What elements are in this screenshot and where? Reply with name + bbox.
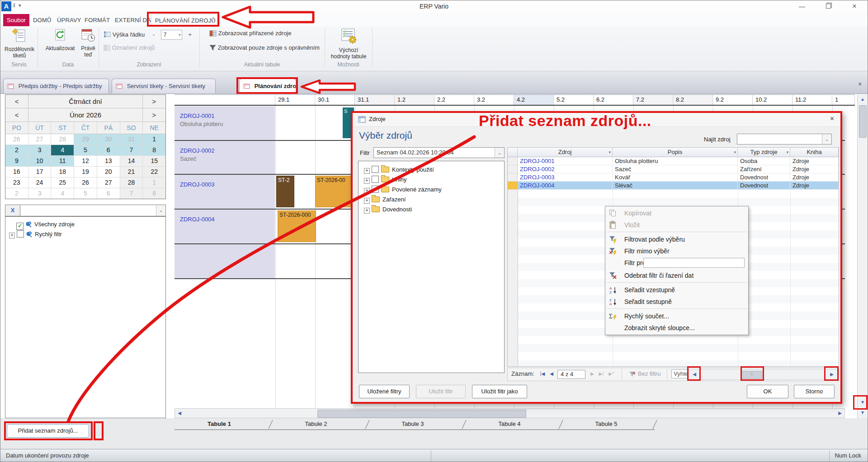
show-assigned-resources-option[interactable]: Zobrazovat přiřazené zdroje bbox=[209, 30, 291, 37]
ribbon-tab-domu[interactable]: DOMŮ bbox=[33, 14, 52, 26]
tree-item-dovednosti[interactable]: +Dovednosti bbox=[359, 205, 504, 215]
row-height-plus[interactable]: + bbox=[188, 31, 192, 38]
calendar-day[interactable]: 6 bbox=[97, 145, 120, 155]
rozdelovnik-tiketu-button[interactable]: Rozdělovník tiketů bbox=[3, 28, 36, 59]
calendar-day[interactable]: 30 bbox=[97, 134, 120, 145]
calendar-day[interactable]: 2 bbox=[5, 188, 28, 199]
calendar-day[interactable]: 5 bbox=[74, 188, 97, 199]
calendar-day[interactable]: 13 bbox=[97, 156, 120, 166]
checkbox-checked-icon[interactable]: ✓ bbox=[16, 223, 24, 230]
resource-id-link[interactable]: ZDROJ-0003 bbox=[180, 181, 275, 188]
calendar-day[interactable]: 5 bbox=[74, 145, 97, 155]
calendar-day[interactable]: 8 bbox=[143, 145, 165, 155]
scroll-left-icon[interactable]: ◀ bbox=[175, 409, 184, 418]
filter-combo[interactable]: Seznam 04.02.2026 10:20:54 ⌄ bbox=[373, 147, 505, 158]
calendar-day[interactable]: 18 bbox=[51, 167, 74, 177]
menu-item-filtr-pro[interactable]: Filtr pro: bbox=[605, 257, 748, 269]
calendar-day[interactable]: 20 bbox=[97, 167, 120, 177]
calendar-day[interactable]: 22 bbox=[143, 167, 165, 177]
row-height-value[interactable]: 7▾ bbox=[161, 30, 182, 40]
table-cell[interactable]: Dovednost bbox=[738, 182, 790, 190]
table-cell[interactable]: Obsluha plotteru bbox=[613, 157, 738, 165]
row-selector[interactable] bbox=[508, 173, 518, 182]
calendar-day[interactable]: 19 bbox=[74, 167, 97, 177]
calendar-day[interactable]: 26 bbox=[5, 134, 28, 145]
chevron-down-icon[interactable]: ▾ bbox=[786, 148, 788, 157]
table-cell[interactable]: ZDROJ-0001 bbox=[518, 157, 613, 165]
calendar-month-next[interactable]: > bbox=[143, 108, 165, 121]
calendar-day[interactable]: 1 bbox=[143, 134, 165, 145]
scroll-right-icon[interactable]: ▶ bbox=[835, 409, 844, 418]
close-document-icon[interactable]: × bbox=[858, 80, 862, 88]
menu-item-seradit-vzestupne[interactable]: AZ Seřadit vzestupně bbox=[605, 284, 748, 296]
ok-button[interactable]: OK bbox=[747, 385, 788, 398]
oznaceni-zdroju-button[interactable]: Označení zdrojů bbox=[104, 44, 155, 51]
resource-id-link[interactable]: ZDROJ-0002 bbox=[180, 147, 275, 154]
menu-item-rychly-soucet[interactable]: Σ Rychlý součet... bbox=[605, 310, 748, 322]
table-cell[interactable]: ZDROJ-0003 bbox=[518, 173, 613, 182]
save-filter-as-button[interactable]: Uložit filtr jako bbox=[472, 385, 527, 398]
resource-row[interactable]: ZDROJ-0003 bbox=[175, 175, 275, 209]
calendar-day[interactable]: 12 bbox=[74, 156, 97, 166]
menu-item-seradit-sestupne[interactable]: ZA Seřadit sestupně bbox=[605, 296, 748, 308]
saved-filters-button[interactable]: Uložené filtry bbox=[359, 385, 410, 398]
calendar-day[interactable]: 8 bbox=[143, 188, 165, 199]
scroll-right-icon[interactable]: ▶ bbox=[827, 370, 836, 379]
calendar-day[interactable]: 9 bbox=[5, 156, 28, 166]
table-cell[interactable]: Zařízení bbox=[738, 165, 790, 173]
table-cell[interactable]: Zdroje bbox=[790, 165, 839, 173]
filter-status[interactable]: Bez filtru bbox=[638, 370, 661, 377]
table-cell[interactable]: Dovednost bbox=[738, 173, 790, 182]
calendar-day[interactable]: 26 bbox=[74, 177, 97, 188]
checkbox-icon[interactable] bbox=[17, 230, 24, 238]
tree-item-rychly-filtr[interactable]: +Rychlý filtr bbox=[5, 229, 165, 239]
expand-icon[interactable]: + bbox=[364, 198, 370, 204]
close-button[interactable]: × bbox=[847, 1, 862, 11]
column-header-popis[interactable]: Popis▾ bbox=[613, 148, 738, 157]
expand-icon[interactable]: + bbox=[364, 168, 370, 174]
table-cell[interactable]: Zdroje bbox=[790, 157, 839, 165]
calendar-day[interactable]: 3 bbox=[28, 145, 52, 155]
chevron-down-icon[interactable]: ⌄ bbox=[495, 148, 504, 158]
scroll-down-icon[interactable]: ▼ bbox=[858, 398, 867, 407]
sheet-tab-tabule-4[interactable]: Tabule 4 bbox=[465, 418, 554, 430]
scrollbar-thumb[interactable] bbox=[859, 105, 867, 138]
next-record-icon[interactable]: ▶ bbox=[588, 371, 596, 376]
sheet-tab-tabule-5[interactable]: Tabule 5 bbox=[561, 418, 651, 430]
scrollbar-thumb[interactable] bbox=[317, 410, 526, 418]
resource-filter-combo[interactable]: ⌄ bbox=[20, 205, 166, 216]
last-record-icon[interactable]: ▶| bbox=[597, 371, 605, 376]
calendar-day[interactable]: 31 bbox=[120, 134, 143, 145]
calendar-day[interactable]: 27 bbox=[28, 134, 52, 145]
find-resource-combo[interactable]: ⌄ bbox=[737, 134, 832, 145]
chevron-down-icon[interactable]: ▾ bbox=[734, 148, 736, 157]
calendar-day[interactable]: 10 bbox=[28, 156, 52, 166]
column-header-zdroj[interactable]: Zdroj▾ bbox=[518, 148, 613, 157]
tree-item-knihy[interactable]: +Knihy bbox=[359, 175, 504, 185]
calendar-day[interactable]: 27 bbox=[97, 177, 120, 188]
calendar-day[interactable]: 3 bbox=[28, 188, 52, 199]
resource-row[interactable]: ZDROJ-0004 bbox=[175, 210, 275, 243]
row-selector-selected[interactable] bbox=[508, 182, 518, 190]
scroll-left-icon[interactable]: ◀ bbox=[690, 370, 699, 379]
tree-item-vsechny-zdroje[interactable]: ✓Všechny zdroje bbox=[5, 219, 165, 229]
aktualizovat-button[interactable]: Aktualizovat bbox=[42, 28, 78, 51]
calendar-month-prev[interactable]: < bbox=[5, 108, 28, 121]
resource-row[interactable]: ZDROJ-0002 Sazeč bbox=[175, 141, 275, 174]
menu-item-vlozit[interactable]: Vložit bbox=[605, 219, 748, 231]
table-cell[interactable]: Zdroje bbox=[790, 173, 839, 182]
tree-item-zarazeni[interactable]: +Zařazení bbox=[359, 195, 504, 205]
cancel-button[interactable]: Storno bbox=[794, 385, 835, 398]
tree-item-kontexty-pouziti[interactable]: +Kontexty použití bbox=[359, 165, 504, 175]
first-record-icon[interactable]: |◀ bbox=[538, 371, 547, 376]
row-selector[interactable] bbox=[508, 157, 518, 165]
menu-item-kopirovat[interactable]: Kopírovat bbox=[605, 207, 748, 219]
calendar-day[interactable]: 23 bbox=[5, 177, 28, 188]
ribbon-tab-planovani-zdroju[interactable]: PLÁNOVÁNÍ ZDROJŮ bbox=[151, 14, 220, 27]
doc-tab-planovani-zdroju[interactable]: Plánování zdrojů bbox=[239, 79, 296, 93]
calendar-day[interactable]: 11 bbox=[51, 156, 74, 166]
ribbon-tab-soubor[interactable]: Soubor bbox=[3, 14, 29, 26]
calendar-day[interactable]: 15 bbox=[143, 156, 165, 166]
resource-id-link[interactable]: ZDROJ-0004 bbox=[180, 216, 275, 223]
add-resource-list-button[interactable]: Přidat seznam zdrojů... bbox=[7, 424, 89, 438]
